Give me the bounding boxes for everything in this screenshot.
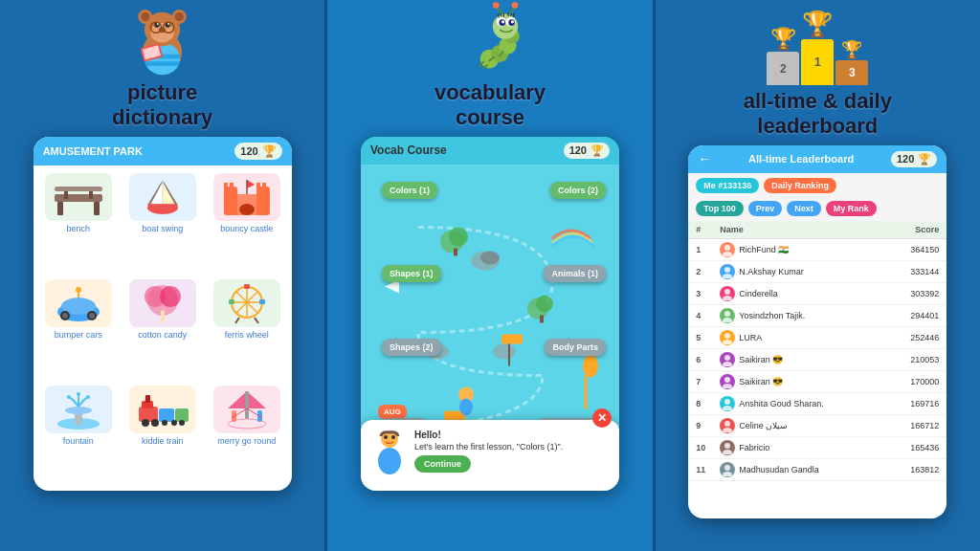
table-row[interactable]: 7Saikiran 😎170000 <box>688 371 947 393</box>
trophy3-icon: 🏆 <box>841 39 862 60</box>
svg-point-142 <box>724 311 730 317</box>
table-row[interactable]: 8Anshita Goud Sharan.169716 <box>688 393 947 415</box>
svg-point-77 <box>171 420 177 426</box>
svg-point-78 <box>179 420 185 426</box>
svg-point-90 <box>493 14 518 39</box>
leaderboard-rows: 1RichFund 🇮🇳3641502N.Akshay Kumar3331443… <box>688 239 947 518</box>
dict-item-merry-go-round[interactable]: merry go round <box>206 382 288 486</box>
lesson-colors2[interactable]: Colors (2) <box>550 182 606 199</box>
panel2-header: vocabulary course <box>434 10 546 131</box>
svg-point-74 <box>142 419 149 427</box>
avatar <box>720 396 735 411</box>
svg-point-147 <box>723 362 732 366</box>
svg-point-68 <box>77 392 80 396</box>
dict-phone-header: AMUSEMENT PARK 120 🏆 <box>33 137 292 165</box>
svg-point-119 <box>536 295 553 312</box>
dict-item-cotton-candy[interactable]: cotton candy <box>122 276 204 380</box>
trophy2-icon: 🏆 <box>770 27 796 52</box>
avatar <box>720 242 735 257</box>
svg-point-51 <box>160 286 181 307</box>
dict-item-bench[interactable]: bench <box>37 169 120 274</box>
svg-point-6 <box>141 12 149 21</box>
svg-point-149 <box>723 384 732 388</box>
svg-point-34 <box>239 204 255 215</box>
svg-point-155 <box>723 450 732 454</box>
svg-rect-71 <box>145 395 150 403</box>
table-row[interactable]: 3Cinderella303392 <box>688 283 947 305</box>
lesson-shapes1[interactable]: Shapes (1) <box>382 265 441 282</box>
panel2-title-text: vocabulary course <box>434 80 546 131</box>
table-row[interactable]: 4Yosindzhon Tajik.294401 <box>688 305 947 327</box>
svg-point-129 <box>583 354 598 377</box>
dict-item-kiddie-train[interactable]: kiddie train <box>122 382 204 486</box>
daily-ranking-button[interactable]: Daily Ranking <box>764 178 836 193</box>
svg-point-136 <box>724 245 730 251</box>
svg-rect-59 <box>259 299 265 304</box>
svg-point-137 <box>723 252 732 256</box>
svg-marker-29 <box>151 182 163 204</box>
svg-line-62 <box>255 318 258 323</box>
svg-point-8 <box>174 12 183 21</box>
svg-rect-35 <box>224 183 228 188</box>
score-trophy-icon: 🏆 <box>262 144 277 158</box>
svg-point-151 <box>723 406 732 410</box>
svg-point-106 <box>512 2 519 9</box>
dict-item-boat-swing[interactable]: boat swing <box>122 169 204 274</box>
avatar <box>720 330 735 345</box>
table-row[interactable]: 2N.Akshay Kumar333144 <box>688 261 947 283</box>
svg-point-116 <box>449 227 468 246</box>
panel1-header: picture dictionary <box>112 10 212 131</box>
table-row[interactable]: 6Saikiran 😎210053 <box>688 349 947 371</box>
table-row[interactable]: 11Madhusudan Gandla163812 <box>688 459 947 481</box>
top100-button[interactable]: Top 100 <box>696 201 743 216</box>
svg-point-48 <box>76 287 81 293</box>
vocab-trophy-icon: 🏆 <box>590 144 604 157</box>
me-button[interactable]: Me #133136 <box>696 178 759 193</box>
table-row[interactable]: 1RichFund 🇮🇳364150 <box>688 239 947 261</box>
my-rank-button[interactable]: My Rank <box>826 201 877 216</box>
panel3-header: 🏆 2 🏆 1 🏆 3 all-time & daily leaderboard <box>744 10 892 140</box>
prev-button[interactable]: Prev <box>748 201 783 216</box>
panel-vocabulary-course: vocabulary course Vocab Course 120 🏆 <box>327 0 655 551</box>
dict-item-ferris-wheel[interactable]: ferris wheel <box>206 276 288 380</box>
lesson-animals1[interactable]: Animals (1) <box>544 265 606 282</box>
vocab-phone: Vocab Course 120 🏆 <box>361 137 619 491</box>
lesson-shapes2[interactable]: Shapes (2) <box>382 339 441 356</box>
svg-rect-72 <box>159 408 174 422</box>
table-row[interactable]: 9Celine سيلان166712 <box>688 415 947 437</box>
panel-leaderboard: 🏆 2 🏆 1 🏆 3 all-time & daily leaderboard <box>656 0 980 551</box>
leader-score: 120 🏆 <box>891 151 937 167</box>
back-button[interactable]: ← <box>698 151 711 166</box>
dict-item-bumper-cars[interactable]: bumper cars <box>37 276 120 380</box>
dict-item-bouncy-castle[interactable]: bouncy castle <box>206 169 288 274</box>
trophy1-icon: 🏆 <box>802 10 833 39</box>
svg-point-127 <box>459 398 473 415</box>
table-row[interactable]: 5LURA252446 <box>688 327 947 349</box>
dict-score: 120 🏆 <box>234 143 281 160</box>
svg-point-133 <box>378 448 401 474</box>
svg-rect-36 <box>230 183 234 188</box>
svg-point-65 <box>65 407 92 414</box>
table-row[interactable]: 10Fabricio165436 <box>688 437 947 459</box>
svg-rect-20 <box>55 194 102 202</box>
popup-close-button[interactable]: ✕ <box>592 408 612 428</box>
table-header: # Name Score <box>688 221 947 239</box>
podium-2: 2 <box>767 52 799 85</box>
svg-point-75 <box>151 419 159 427</box>
svg-rect-22 <box>94 202 100 215</box>
popup-content: Hello! Let's learn the first lesson, "Co… <box>414 430 608 473</box>
dict-item-fountain[interactable]: fountain <box>37 382 120 486</box>
vocab-popup: ✕ Hello! Let's l <box>361 420 619 491</box>
svg-line-61 <box>235 318 239 323</box>
svg-rect-21 <box>57 202 63 215</box>
next-button[interactable]: Next <box>787 201 821 216</box>
svg-line-100 <box>508 13 509 16</box>
lesson-colors1[interactable]: Colors (1) <box>382 182 437 199</box>
svg-point-145 <box>723 340 732 344</box>
svg-point-104 <box>493 2 500 9</box>
svg-rect-32 <box>224 187 237 215</box>
svg-rect-123 <box>501 334 523 343</box>
continue-button[interactable]: Continue <box>414 455 471 473</box>
lesson-body-parts[interactable]: Body Parts <box>545 339 606 356</box>
svg-rect-58 <box>244 284 250 289</box>
